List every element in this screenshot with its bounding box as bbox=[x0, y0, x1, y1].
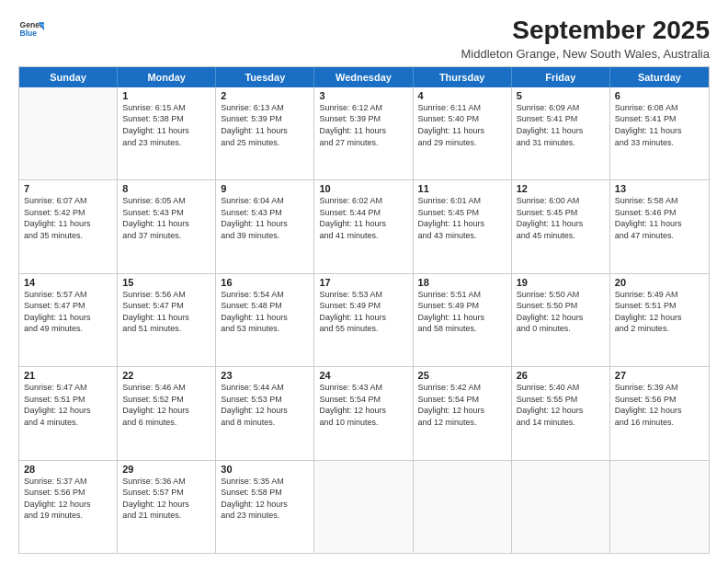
day-info: Sunrise: 5:57 AM Sunset: 5:47 PM Dayligh… bbox=[24, 289, 112, 335]
day-cell: 23Sunrise: 5:44 AM Sunset: 5:53 PM Dayli… bbox=[216, 367, 314, 459]
day-number: 9 bbox=[221, 183, 309, 194]
day-number: 25 bbox=[418, 370, 506, 381]
day-number: 6 bbox=[615, 90, 704, 101]
day-number: 17 bbox=[319, 277, 407, 288]
day-cell: 4Sunrise: 6:11 AM Sunset: 5:40 PM Daylig… bbox=[414, 87, 512, 179]
day-info: Sunrise: 6:00 AM Sunset: 5:45 PM Dayligh… bbox=[517, 195, 605, 241]
day-number: 16 bbox=[221, 277, 309, 288]
day-info: Sunrise: 5:37 AM Sunset: 5:56 PM Dayligh… bbox=[24, 476, 112, 522]
day-number: 11 bbox=[418, 183, 506, 194]
day-cell: 8Sunrise: 6:05 AM Sunset: 5:43 PM Daylig… bbox=[118, 180, 216, 272]
day-number: 26 bbox=[517, 370, 605, 381]
day-name-wednesday: Wednesday bbox=[314, 67, 413, 87]
day-number: 13 bbox=[615, 183, 704, 194]
logo-icon: General Blue bbox=[18, 17, 44, 42]
day-number: 15 bbox=[122, 277, 210, 288]
day-cell bbox=[610, 461, 709, 553]
day-cell bbox=[314, 461, 413, 553]
day-info: Sunrise: 5:56 AM Sunset: 5:47 PM Dayligh… bbox=[122, 289, 210, 335]
title-area: September 2025 Middleton Grange, New Sou… bbox=[48, 17, 710, 61]
day-name-tuesday: Tuesday bbox=[216, 67, 314, 87]
day-name-monday: Monday bbox=[118, 67, 216, 87]
svg-text:Blue: Blue bbox=[20, 29, 38, 38]
day-info: Sunrise: 6:11 AM Sunset: 5:40 PM Dayligh… bbox=[418, 102, 506, 148]
day-cell bbox=[512, 461, 610, 553]
logo-area: General Blue bbox=[18, 17, 48, 42]
header: General Blue September 2025 Middleton Gr… bbox=[18, 17, 710, 61]
day-number: 4 bbox=[418, 90, 506, 101]
day-number: 3 bbox=[319, 90, 407, 101]
day-name-saturday: Saturday bbox=[610, 67, 709, 87]
day-number: 28 bbox=[24, 464, 112, 475]
week-row: 14Sunrise: 5:57 AM Sunset: 5:47 PM Dayli… bbox=[19, 274, 709, 367]
week-row: 28Sunrise: 5:37 AM Sunset: 5:56 PM Dayli… bbox=[19, 461, 709, 553]
day-cell: 10Sunrise: 6:02 AM Sunset: 5:44 PM Dayli… bbox=[314, 180, 413, 272]
day-number: 23 bbox=[221, 370, 309, 381]
day-info: Sunrise: 5:54 AM Sunset: 5:48 PM Dayligh… bbox=[221, 289, 309, 335]
day-cell: 26Sunrise: 5:40 AM Sunset: 5:55 PM Dayli… bbox=[512, 367, 610, 459]
day-info: Sunrise: 6:07 AM Sunset: 5:42 PM Dayligh… bbox=[24, 195, 112, 241]
day-cell: 18Sunrise: 5:51 AM Sunset: 5:49 PM Dayli… bbox=[414, 274, 512, 366]
calendar-header: SundayMondayTuesdayWednesdayThursdayFrid… bbox=[19, 67, 709, 87]
day-cell: 1Sunrise: 6:15 AM Sunset: 5:38 PM Daylig… bbox=[118, 87, 216, 179]
day-info: Sunrise: 5:40 AM Sunset: 5:55 PM Dayligh… bbox=[517, 382, 605, 428]
day-info: Sunrise: 5:49 AM Sunset: 5:51 PM Dayligh… bbox=[615, 289, 704, 335]
day-cell: 16Sunrise: 5:54 AM Sunset: 5:48 PM Dayli… bbox=[216, 274, 314, 366]
day-cell: 14Sunrise: 5:57 AM Sunset: 5:47 PM Dayli… bbox=[19, 274, 118, 366]
day-number: 12 bbox=[517, 183, 605, 194]
day-cell: 12Sunrise: 6:00 AM Sunset: 5:45 PM Dayli… bbox=[512, 180, 610, 272]
calendar-body: 1Sunrise: 6:15 AM Sunset: 5:38 PM Daylig… bbox=[19, 87, 709, 553]
day-cell: 28Sunrise: 5:37 AM Sunset: 5:56 PM Dayli… bbox=[19, 461, 118, 553]
day-cell: 24Sunrise: 5:43 AM Sunset: 5:54 PM Dayli… bbox=[314, 367, 413, 459]
day-cell: 6Sunrise: 6:08 AM Sunset: 5:41 PM Daylig… bbox=[610, 87, 709, 179]
day-number: 27 bbox=[615, 370, 704, 381]
day-number: 10 bbox=[319, 183, 407, 194]
day-info: Sunrise: 5:58 AM Sunset: 5:46 PM Dayligh… bbox=[615, 195, 704, 241]
day-info: Sunrise: 5:43 AM Sunset: 5:54 PM Dayligh… bbox=[319, 382, 407, 428]
day-number: 14 bbox=[24, 277, 112, 288]
day-cell: 30Sunrise: 5:35 AM Sunset: 5:58 PM Dayli… bbox=[216, 461, 314, 553]
day-info: Sunrise: 5:39 AM Sunset: 5:56 PM Dayligh… bbox=[615, 382, 704, 428]
day-name-thursday: Thursday bbox=[414, 67, 512, 87]
day-cell bbox=[19, 87, 118, 179]
day-name-sunday: Sunday bbox=[19, 67, 118, 87]
day-cell: 22Sunrise: 5:46 AM Sunset: 5:52 PM Dayli… bbox=[118, 367, 216, 459]
day-cell bbox=[414, 461, 512, 553]
day-number: 22 bbox=[122, 370, 210, 381]
day-number: 19 bbox=[517, 277, 605, 288]
day-cell: 20Sunrise: 5:49 AM Sunset: 5:51 PM Dayli… bbox=[610, 274, 709, 366]
day-info: Sunrise: 6:02 AM Sunset: 5:44 PM Dayligh… bbox=[319, 195, 407, 241]
day-cell: 9Sunrise: 6:04 AM Sunset: 5:43 PM Daylig… bbox=[216, 180, 314, 272]
day-cell: 7Sunrise: 6:07 AM Sunset: 5:42 PM Daylig… bbox=[19, 180, 118, 272]
day-info: Sunrise: 5:47 AM Sunset: 5:51 PM Dayligh… bbox=[24, 382, 112, 428]
day-number: 21 bbox=[24, 370, 112, 381]
calendar: SundayMondayTuesdayWednesdayThursdayFrid… bbox=[18, 66, 710, 554]
day-number: 18 bbox=[418, 277, 506, 288]
month-title: September 2025 bbox=[48, 17, 710, 45]
day-number: 7 bbox=[24, 183, 112, 194]
week-row: 7Sunrise: 6:07 AM Sunset: 5:42 PM Daylig… bbox=[19, 180, 709, 273]
day-info: Sunrise: 5:42 AM Sunset: 5:54 PM Dayligh… bbox=[418, 382, 506, 428]
day-cell: 27Sunrise: 5:39 AM Sunset: 5:56 PM Dayli… bbox=[610, 367, 709, 459]
day-number: 24 bbox=[319, 370, 407, 381]
day-number: 30 bbox=[221, 464, 309, 475]
day-cell: 29Sunrise: 5:36 AM Sunset: 5:57 PM Dayli… bbox=[118, 461, 216, 553]
day-cell: 19Sunrise: 5:50 AM Sunset: 5:50 PM Dayli… bbox=[512, 274, 610, 366]
day-info: Sunrise: 5:46 AM Sunset: 5:52 PM Dayligh… bbox=[122, 382, 210, 428]
day-info: Sunrise: 6:13 AM Sunset: 5:39 PM Dayligh… bbox=[221, 102, 309, 148]
day-info: Sunrise: 6:15 AM Sunset: 5:38 PM Dayligh… bbox=[122, 102, 210, 148]
day-info: Sunrise: 5:44 AM Sunset: 5:53 PM Dayligh… bbox=[221, 382, 309, 428]
day-number: 5 bbox=[517, 90, 605, 101]
day-cell: 17Sunrise: 5:53 AM Sunset: 5:49 PM Dayli… bbox=[314, 274, 413, 366]
day-cell: 2Sunrise: 6:13 AM Sunset: 5:39 PM Daylig… bbox=[216, 87, 314, 179]
day-cell: 25Sunrise: 5:42 AM Sunset: 5:54 PM Dayli… bbox=[414, 367, 512, 459]
day-info: Sunrise: 6:09 AM Sunset: 5:41 PM Dayligh… bbox=[517, 102, 605, 148]
day-info: Sunrise: 5:51 AM Sunset: 5:49 PM Dayligh… bbox=[418, 289, 506, 335]
week-row: 21Sunrise: 5:47 AM Sunset: 5:51 PM Dayli… bbox=[19, 367, 709, 460]
day-info: Sunrise: 6:01 AM Sunset: 5:45 PM Dayligh… bbox=[418, 195, 506, 241]
day-info: Sunrise: 5:35 AM Sunset: 5:58 PM Dayligh… bbox=[221, 476, 309, 522]
day-number: 2 bbox=[221, 90, 309, 101]
day-cell: 5Sunrise: 6:09 AM Sunset: 5:41 PM Daylig… bbox=[512, 87, 610, 179]
day-info: Sunrise: 5:36 AM Sunset: 5:57 PM Dayligh… bbox=[122, 476, 210, 522]
day-info: Sunrise: 5:53 AM Sunset: 5:49 PM Dayligh… bbox=[319, 289, 407, 335]
